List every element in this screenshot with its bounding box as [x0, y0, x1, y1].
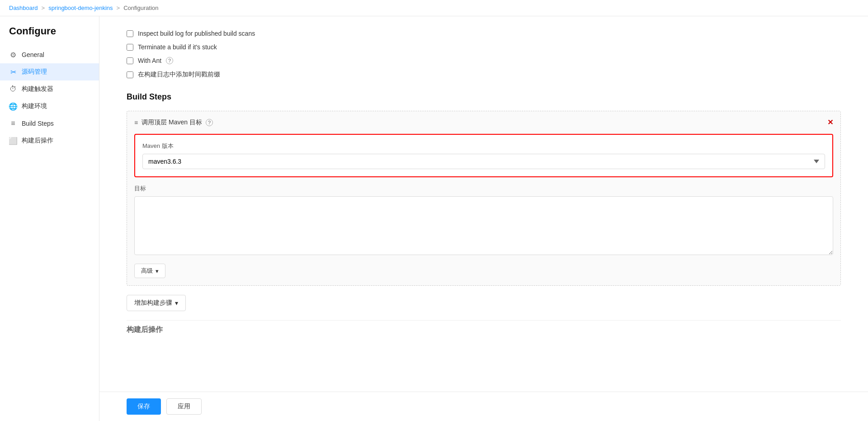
- breadcrumb-current: Configuration: [123, 5, 158, 11]
- dropdown-icon: ▾: [175, 299, 178, 307]
- clock-icon: ⏱: [9, 85, 17, 93]
- post-build-section-label: 构建后操作: [127, 320, 841, 335]
- step-help-icon[interactable]: ?: [206, 119, 213, 126]
- inspect-build-log-label: Inspect build log for published build sc…: [138, 30, 255, 37]
- box-icon: ⬜: [9, 137, 17, 145]
- advanced-button[interactable]: 高级 ▾: [134, 264, 165, 278]
- checkbox-group: Inspect build log for published build sc…: [127, 30, 841, 79]
- breadcrumb-sep-1: >: [42, 5, 45, 11]
- checkbox-row-timestamp: 在构建日志中添加时间戳前缀: [127, 71, 841, 79]
- scissors-icon: ✂: [9, 68, 17, 76]
- sidebar-item-post-build-label: 构建后操作: [22, 137, 53, 145]
- step-name-label: 调用顶层 Maven 目标: [142, 118, 202, 127]
- globe-icon: 🌐: [9, 102, 17, 110]
- list-icon: ≡: [9, 119, 17, 128]
- sidebar-title: Configure: [0, 25, 99, 46]
- target-textarea[interactable]: [134, 196, 833, 255]
- sidebar-item-general[interactable]: ⚙ General: [0, 46, 99, 63]
- timestamp-label: 在构建日志中添加时间戳前缀: [138, 71, 220, 79]
- maven-version-section: Maven 版本 maven3.6.3 maven3.8.6 Default: [134, 134, 833, 177]
- maven-version-label: Maven 版本: [142, 142, 825, 150]
- inspect-build-log-checkbox[interactable]: [127, 30, 133, 37]
- sidebar-item-build-steps-label: Build Steps: [22, 120, 54, 127]
- maven-version-select[interactable]: maven3.6.3 maven3.8.6 Default: [142, 154, 825, 169]
- breadcrumb-bar: Dashboard > springboot-demo-jenkins > Co…: [0, 0, 868, 16]
- add-step-label: 增加构建步骤: [134, 299, 172, 307]
- build-step-header-left: ≡ 调用顶层 Maven 目标 ?: [134, 118, 213, 127]
- build-step-container: ≡ 调用顶层 Maven 目标 ? ✕ Maven 版本 maven3.6.3 …: [127, 111, 841, 286]
- checkbox-row-terminate: Terminate a build if it's stuck: [127, 43, 841, 51]
- sidebar-item-post-build[interactable]: ⬜ 构建后操作: [0, 132, 99, 149]
- footer-actions: 保存 应用: [99, 392, 868, 421]
- sidebar-item-build-triggers[interactable]: ⏱ 构建触发器: [0, 80, 99, 98]
- build-steps-title: Build Steps: [127, 92, 841, 102]
- apply-button[interactable]: 应用: [166, 398, 202, 415]
- breadcrumb-project[interactable]: springboot-demo-jenkins: [48, 5, 113, 11]
- gear-icon: ⚙: [9, 51, 17, 59]
- terminate-stuck-checkbox[interactable]: [127, 44, 133, 51]
- sidebar-item-build-env[interactable]: 🌐 构建环境: [0, 98, 99, 115]
- advanced-button-label: 高级: [141, 267, 153, 275]
- with-ant-label: With Ant: [138, 57, 161, 64]
- save-button[interactable]: 保存: [127, 398, 161, 415]
- sidebar-item-build-triggers-label: 构建触发器: [22, 85, 53, 93]
- with-ant-help-icon[interactable]: ?: [166, 57, 173, 64]
- sidebar-item-build-env-label: 构建环境: [22, 102, 47, 110]
- target-section: 目标: [134, 184, 833, 256]
- sidebar-item-source-mgmt-label: 源码管理: [22, 68, 47, 76]
- step-close-button[interactable]: ✕: [827, 119, 833, 126]
- sidebar-item-general-label: General: [22, 51, 44, 58]
- terminate-stuck-label: Terminate a build if it's stuck: [138, 43, 217, 51]
- breadcrumb-dashboard[interactable]: Dashboard: [9, 5, 38, 11]
- add-build-step-button[interactable]: 增加构建步骤 ▾: [127, 295, 186, 311]
- drag-handle-icon[interactable]: ≡: [134, 119, 138, 126]
- build-step-header: ≡ 调用顶层 Maven 目标 ? ✕: [134, 118, 833, 127]
- target-label: 目标: [134, 184, 833, 193]
- sidebar-item-build-steps[interactable]: ≡ Build Steps: [0, 115, 99, 132]
- timestamp-checkbox[interactable]: [127, 71, 133, 78]
- sidebar: Configure ⚙ General ✂ 源码管理 ⏱ 构建触发器 🌐 构建环…: [0, 16, 99, 421]
- main-content: Inspect build log for published build sc…: [99, 16, 868, 421]
- checkbox-row-inspect: Inspect build log for published build sc…: [127, 30, 841, 37]
- with-ant-checkbox[interactable]: [127, 57, 133, 64]
- breadcrumb-sep-2: >: [117, 5, 120, 11]
- sidebar-item-source-mgmt[interactable]: ✂ 源码管理: [0, 63, 99, 80]
- checkbox-row-with-ant: With Ant ?: [127, 57, 841, 64]
- chevron-down-icon: ▾: [156, 268, 159, 274]
